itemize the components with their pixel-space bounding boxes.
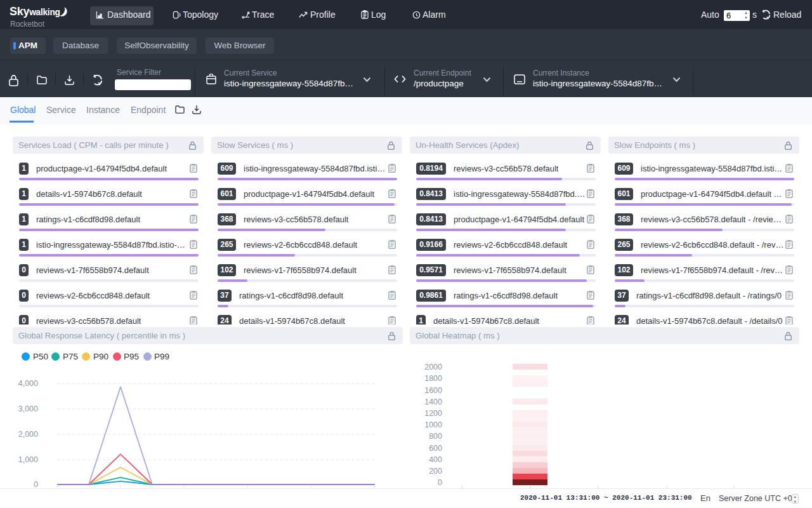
svg-text:2000: 2000 <box>424 363 442 371</box>
svg-text:3,000: 3,000 <box>18 404 38 413</box>
svg-text:200: 200 <box>429 467 442 476</box>
svg-text:0: 0 <box>438 478 442 487</box>
svg-text:1,000: 1,000 <box>18 455 38 464</box>
svg-text:400: 400 <box>429 455 442 464</box>
svg-text:1000: 1000 <box>424 420 442 429</box>
svg-text:1200: 1200 <box>424 409 442 418</box>
svg-text:600: 600 <box>429 444 442 453</box>
svg-text:800: 800 <box>429 432 442 441</box>
svg-text:1600: 1600 <box>424 386 442 395</box>
svg-text:1800: 1800 <box>424 374 442 383</box>
svg-text:1400: 1400 <box>424 398 442 406</box>
svg-text:0: 0 <box>34 480 38 489</box>
svg-text:2,000: 2,000 <box>18 430 38 439</box>
svg-text:4,000: 4,000 <box>18 379 38 388</box>
